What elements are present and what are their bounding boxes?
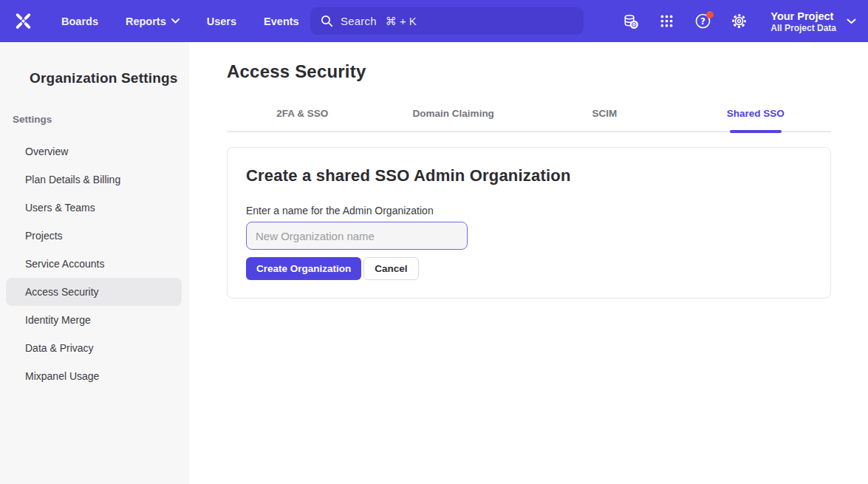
project-switcher[interactable]: Your Project All Project Data: [770, 10, 856, 33]
main-content: Access Security 2FA & SSO Domain Claimin…: [189, 42, 868, 484]
org-name-field-label: Enter a name for the Admin Organization: [246, 205, 812, 217]
sidebar-item-list: Overview Plan Details & Billing Users & …: [0, 137, 189, 390]
primary-nav-links: Boards Reports Users Events: [48, 16, 299, 27]
project-scope: All Project Data: [770, 23, 836, 33]
mixpanel-logo[interactable]: [0, 11, 48, 31]
settings-sidebar: Organization Settings Settings Overview …: [0, 42, 189, 484]
search-icon: [321, 15, 333, 27]
sidebar-item-identity-merge[interactable]: Identity Merge: [6, 306, 182, 334]
search-placeholder: Search: [341, 15, 377, 27]
data-management-icon[interactable]: [621, 13, 639, 30]
apps-grid-icon[interactable]: [657, 13, 675, 30]
sidebar-item-access-security[interactable]: Access Security: [6, 278, 182, 306]
sidebar-item-users-teams[interactable]: Users & Teams: [6, 194, 182, 222]
tab-scim[interactable]: SCIM: [529, 108, 680, 131]
nav-item-boards[interactable]: Boards: [61, 16, 98, 27]
nav-item-reports[interactable]: Reports: [126, 16, 180, 27]
help-icon[interactable]: ?: [694, 13, 711, 30]
project-name: Your Project: [770, 10, 836, 23]
nav-right-actions: ? Your Project All Project Data: [621, 0, 856, 42]
sidebar-item-projects[interactable]: Projects: [6, 222, 182, 250]
sidebar-title: Organization Settings: [0, 70, 189, 86]
nav-item-label: Boards: [61, 16, 98, 27]
nav-item-events[interactable]: Events: [264, 16, 299, 27]
tab-2fa-sso[interactable]: 2FA & SSO: [227, 108, 378, 131]
cancel-button[interactable]: Cancel: [363, 257, 418, 280]
org-name-input[interactable]: [246, 222, 468, 250]
svg-text:?: ?: [700, 16, 705, 27]
mixpanel-x-icon: [13, 11, 33, 31]
nav-item-label: Events: [264, 16, 299, 27]
search-shortcut-hint: ⌘ + K: [386, 15, 417, 28]
sidebar-item-service-accounts[interactable]: Service Accounts: [6, 250, 182, 278]
card-title: Create a shared SSO Admin Organization: [246, 166, 812, 185]
chevron-down-icon: [171, 18, 180, 24]
global-search-input[interactable]: Search ⌘ + K: [310, 7, 584, 35]
page-title: Access Security: [227, 61, 831, 82]
sidebar-item-mixpanel-usage[interactable]: Mixpanel Usage: [6, 362, 182, 390]
access-security-tabs: 2FA & SSO Domain Claiming SCIM Shared SS…: [227, 108, 831, 132]
tab-domain-claiming[interactable]: Domain Claiming: [378, 108, 530, 131]
chevron-down-icon: [847, 18, 856, 24]
sidebar-item-plan-details-billing[interactable]: Plan Details & Billing: [6, 166, 182, 194]
nav-item-label: Users: [207, 16, 236, 27]
sidebar-item-data-privacy[interactable]: Data & Privacy: [6, 334, 182, 362]
tab-shared-sso[interactable]: Shared SSO: [680, 108, 832, 131]
sidebar-section-label: Settings: [0, 114, 189, 125]
sidebar-item-overview[interactable]: Overview: [6, 137, 182, 166]
nav-item-users[interactable]: Users: [207, 16, 236, 27]
settings-gear-icon[interactable]: [730, 13, 748, 30]
shared-sso-card: Create a shared SSO Admin Organization E…: [227, 147, 831, 299]
nav-item-label: Reports: [126, 16, 166, 27]
create-organization-button[interactable]: Create Organization: [246, 257, 361, 280]
form-actions: Create Organization Cancel: [246, 257, 812, 280]
notification-dot: [706, 11, 714, 18]
top-navigation-bar: Boards Reports Users Events Search ⌘ + K: [0, 0, 868, 42]
